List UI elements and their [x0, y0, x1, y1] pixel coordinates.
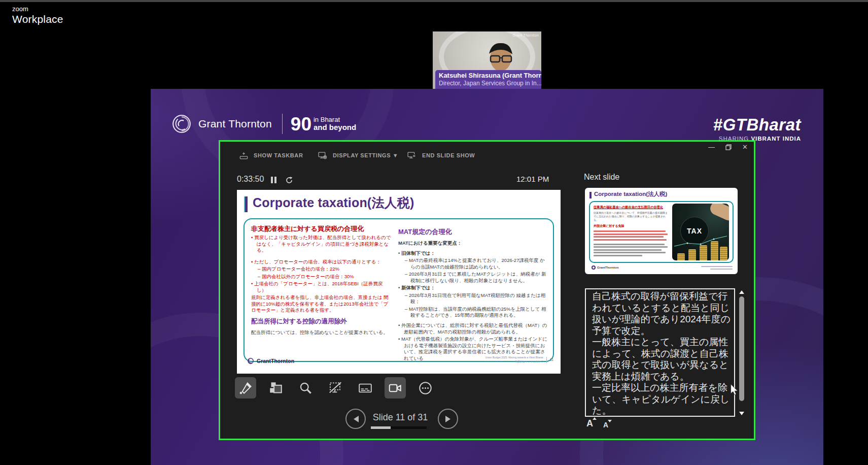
captions-button[interactable]	[355, 377, 376, 398]
see-all-slides-icon	[269, 381, 283, 395]
text-line-skeleton	[594, 255, 642, 256]
slide-text: 配当所得については、控除を認めないことが提案されている。	[251, 329, 392, 336]
gtbharat-hashtag: #GTBharat	[713, 115, 801, 135]
text-line-skeleton	[594, 252, 666, 253]
notes-line: 一般株主にとって、買主の属性	[592, 337, 730, 348]
brand-divider	[282, 114, 283, 134]
next-arrow-icon	[445, 415, 452, 423]
slide-text: • 買戻しにより受け取った対価は、配当所得として扱われるのではなく、「キャピタル…	[251, 235, 392, 254]
current-slide: Corporate taxation(法人税) 非支配者株主に対する買戻税の合理…	[237, 190, 561, 374]
slide-text: • 旧体制下では：	[398, 250, 549, 257]
text-line-skeleton	[701, 266, 733, 267]
mouse-cursor	[730, 384, 739, 395]
slide-progress-fill	[371, 426, 391, 429]
zoom-into-slide-button[interactable]	[295, 377, 316, 398]
slide-text: – 国内プロモーター会社の場合：22%	[251, 266, 392, 273]
caret-down-icon	[608, 420, 612, 422]
slide-right-column: MAT規定の合理化 MATにおける重要な変更点： • 旧体制下では： – MAT…	[398, 227, 549, 362]
thumb-left-column: 従業員の福祉基金への拠出金の支払期日の合理化 従業員向け基金への拠出金について、…	[594, 205, 670, 257]
current-time: 12:01 PM	[516, 175, 549, 183]
next-slide-header: Next slide	[584, 173, 619, 182]
slideshow-timer: 0:33:50	[237, 175, 264, 184]
camera-button[interactable]	[385, 377, 406, 398]
slide-text: – MAT控除額は、当該年度の納税義務総額の25%を上限として 相殺することがで…	[398, 306, 549, 319]
text-line-skeleton	[710, 269, 733, 270]
decrease-font-button[interactable]: A	[603, 421, 608, 429]
participant-name-badge: Katsuhei Shirasuna (Grant Thornt... Dire…	[435, 70, 541, 89]
show-taskbar-button[interactable]: SHOW TASKBAR	[239, 150, 303, 160]
end-slideshow-button[interactable]: END SLIDE SHOW	[407, 150, 475, 160]
presenter-bottom-toolbar	[235, 377, 436, 398]
slide-left-column: 非支配者株主に対する買戻税の合理化 • 買戻しにより受け取った対価は、配当所得と…	[251, 224, 392, 337]
zoom-brand-small: zoom	[12, 6, 63, 13]
text-line-skeleton	[594, 234, 668, 235]
anniversary-text: in Bharat and beyond	[314, 116, 356, 131]
thumb-slide-title: Corporate taxation(法人税)	[594, 190, 667, 198]
black-screen-button[interactable]	[325, 377, 346, 398]
anniversary-line1: in Bharat	[314, 116, 356, 123]
laser-pointer-button[interactable]	[235, 377, 256, 398]
taskbar-icon	[239, 151, 249, 160]
text-line-skeleton	[594, 249, 662, 251]
grant-thornton-logo-icon	[592, 265, 596, 270]
notes-line: 実務上は煩雑である。	[592, 371, 730, 383]
grant-thornton-logo-icon	[247, 357, 254, 364]
anniversary-line2: and beyond	[314, 123, 356, 131]
text-line-skeleton	[594, 246, 668, 248]
participant-role: Director, Japan Services Group in In...	[439, 80, 538, 87]
notes-line: た。	[592, 405, 730, 417]
coin-stack	[688, 249, 696, 260]
black-screen-icon	[328, 381, 342, 395]
minimize-button[interactable]: —	[708, 144, 715, 150]
pause-timer-button[interactable]	[270, 176, 277, 184]
slide-subheading: 配当所得に対する控除の適用除外	[251, 317, 392, 326]
window-controls: — ✕	[708, 144, 748, 150]
text-line-skeleton	[594, 236, 664, 238]
notes-font-controls: A A	[586, 418, 608, 429]
slide-footer-logo-text: GrantThornton	[257, 358, 294, 364]
increase-font-button[interactable]: A	[586, 418, 593, 429]
notes-line: 自己株式の取得が留保利益で行	[592, 291, 730, 303]
gtbharat-branding: #GTBharat SHARING VIBRANT INDIA	[713, 115, 801, 142]
scroll-down-arrow-icon[interactable]	[739, 412, 744, 415]
next-slide-button[interactable]	[438, 409, 458, 429]
notes-line: いて、キャピタルゲインに戻し	[592, 394, 730, 406]
thumb-heading2: 外国企業に対する免除	[594, 224, 670, 228]
slide-text: 規則に定義される者を指し、非上場会社の場合、直接または 間接的に10%超の株式を…	[251, 294, 392, 314]
slide-page-number: 11	[550, 358, 553, 361]
slide-progress-bar	[371, 426, 427, 429]
more-options-icon	[419, 381, 432, 395]
scrollbar-thumb[interactable]	[739, 296, 744, 401]
notes-line: 式の取得とで取扱いが異なると	[592, 359, 730, 371]
footer-ref-line2: 先進的なインドに向けて	[485, 360, 543, 364]
powerpoint-presenter-window: — ✕ SHOW TASKBAR DISPLAY SETTINGS ▼	[219, 140, 755, 440]
see-all-slides-button[interactable]	[265, 377, 286, 398]
scroll-up-arrow-icon[interactable]	[739, 290, 744, 294]
slide-text: – 2026年3月31日現在で利用可能なMAT税額控除の 繰越または相殺；	[398, 292, 549, 305]
grant-thornton-branding: Grant Thornton 90 in Bharat and beyond	[171, 113, 356, 135]
speaker-notes-panel[interactable]: 自己株式の取得が留保利益で行 われているとすると配当と同じ 扱いが理論的であり2…	[585, 288, 735, 417]
slide-footer-logo: GrantThornton	[247, 357, 294, 364]
captions-icon	[358, 381, 372, 395]
magnifier-icon	[299, 381, 313, 395]
tagline-bold: VIBRANT INDIA	[751, 136, 801, 142]
display-settings-button[interactable]: DISPLAY SETTINGS ▼	[318, 150, 398, 160]
os-top-strip	[0, 0, 868, 2]
footer-divider	[546, 357, 547, 363]
slide-text: • 上場会社の「プロモーター」とは、2018年SEBI（証券買戻し）	[251, 281, 392, 293]
more-options-button[interactable]	[414, 377, 436, 398]
participant-name: Katsuhei Shirasuna (Grant Thornt...	[439, 72, 538, 80]
restore-button[interactable]	[725, 144, 732, 150]
video-watermark: Grant Thornton	[512, 34, 539, 37]
participant-video-tile[interactable]: Grant Thornton Katsuhei Shirasuna (Grant…	[433, 31, 541, 89]
slide-footer-reference: Union Budget 2025: Moving towards a Viks…	[485, 356, 553, 363]
slide-text: – MATの最終税率は14%と提案されており、2026-27課税年度 からの当該…	[398, 257, 549, 270]
notes-line: 一定比率以上の株主所有者を除	[592, 382, 730, 394]
slide-position-label: Slide 11 of 31	[362, 412, 438, 423]
display-settings-icon	[318, 151, 328, 160]
notes-line: われているとすると配当と同じ	[592, 303, 730, 314]
notes-scrollbar[interactable]	[739, 289, 745, 416]
thumb-body1: 従業員向け基金への拠出金について、所得税申告書の提出期限までに支払われた場合に限…	[594, 211, 670, 221]
close-button[interactable]: ✕	[742, 144, 748, 150]
restart-timer-button[interactable]	[285, 176, 293, 184]
